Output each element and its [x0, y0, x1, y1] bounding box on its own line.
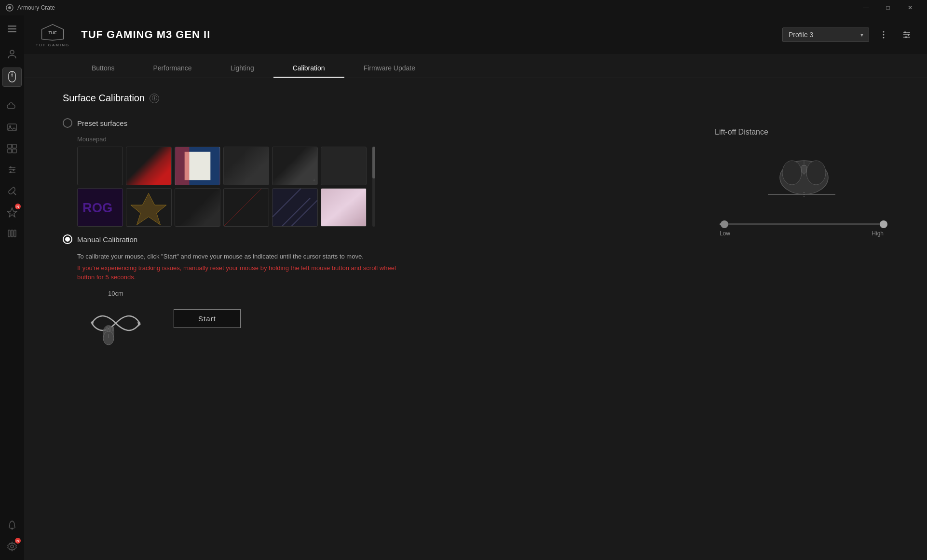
preset-radio[interactable] — [63, 118, 72, 128]
svg-rect-9 — [13, 144, 16, 148]
mousepad-item-9[interactable] — [175, 188, 220, 227]
mousepad-item-6[interactable] — [321, 147, 367, 185]
infinity-diagram — [77, 299, 154, 347]
titlebar-left: Armoury Crate — [6, 4, 55, 12]
svg-rect-54 — [106, 327, 108, 331]
sidebar-item-cloud[interactable] — [2, 96, 22, 116]
tab-calibration[interactable]: Calibration — [273, 59, 344, 78]
manual-calibration-option[interactable]: Manual Calibration — [63, 234, 695, 244]
more-options-button[interactable] — [875, 26, 892, 43]
aura-badge: N — [15, 204, 21, 209]
sidebar-item-devices[interactable] — [2, 139, 22, 158]
svg-point-16 — [13, 169, 14, 171]
mousepad-item-2[interactable] — [126, 147, 172, 185]
svg-text:TUF: TUF — [49, 30, 57, 35]
mousepad-grid-container[interactable]: + ROG — [77, 147, 369, 227]
profile-selector[interactable]: Profile 1 Profile 2 Profile 3 Profile 4 … — [782, 27, 869, 42]
diagram-visual — [77, 299, 154, 347]
profile-select[interactable]: Profile 1 Profile 2 Profile 3 Profile 4 … — [782, 27, 869, 42]
close-button[interactable]: ✕ — [899, 0, 921, 15]
sidebar-item-settings[interactable]: N — [2, 537, 22, 556]
mousepad-item-7[interactable]: ROG — [77, 188, 123, 227]
svg-rect-36 — [905, 36, 907, 38]
wrench-icon — [7, 186, 17, 196]
sidebar-item-library[interactable] — [2, 224, 22, 243]
diagram-box: 10cm — [77, 290, 154, 347]
left-column: Preset surfaces Mousepad — [63, 118, 695, 347]
svg-rect-6 — [8, 124, 16, 131]
sidebar: N N — [0, 15, 24, 560]
dots-vertical-icon — [879, 30, 888, 40]
mouse-icon — [7, 70, 17, 84]
svg-point-29 — [883, 34, 885, 36]
liftoff-panel: Lift-off Distance — [715, 118, 888, 237]
rog-purple-thumbnail: ROG — [78, 189, 123, 226]
section-title-text: Surface Calibration — [63, 93, 145, 104]
svg-point-25 — [11, 545, 14, 548]
sidebar-item-notifications[interactable] — [2, 516, 22, 535]
sidebar-item-profile[interactable] — [2, 44, 22, 64]
slider-thumb-low[interactable] — [721, 220, 728, 228]
tab-bar: Buttons Performance Lighting Calibration… — [24, 54, 927, 78]
rog-gold-thumbnail — [126, 189, 171, 226]
scrollbar-track[interactable] — [372, 147, 375, 227]
cloud-icon — [7, 102, 17, 110]
svg-rect-11 — [13, 149, 16, 153]
equalizer-button[interactable] — [898, 26, 915, 43]
settings-badge: N — [15, 538, 21, 544]
mousepad-item-5[interactable]: + — [272, 147, 318, 185]
sidebar-item-image[interactable] — [2, 118, 22, 137]
tab-performance[interactable]: Performance — [134, 59, 211, 78]
sidebar-item-aura[interactable]: N — [2, 203, 22, 222]
info-icon[interactable]: ⓘ — [150, 94, 159, 103]
sidebar-item-wrench[interactable] — [2, 181, 22, 201]
app-title: Armoury Crate — [17, 4, 55, 11]
svg-rect-8 — [8, 144, 12, 148]
mousepad-item-3[interactable] — [175, 147, 220, 185]
mousepad-item-11[interactable] — [272, 188, 318, 227]
slider-label-high: High — [872, 230, 884, 237]
main-content: Surface Calibration ⓘ Preset surfaces Mo… — [24, 78, 927, 560]
manual-calibration-section: Manual Calibration To calibrate your mou… — [63, 234, 695, 347]
two-column-layout: Preset surfaces Mousepad — [63, 118, 888, 347]
svg-rect-64 — [802, 165, 806, 173]
mousepad-grid: + ROG — [77, 147, 369, 227]
mousepad-section: Mousepad — [77, 136, 695, 227]
mousepad-item-1[interactable] — [77, 147, 123, 185]
mousepad-item-8[interactable] — [126, 188, 172, 227]
svg-point-62 — [782, 161, 802, 185]
mousepad-label: Mousepad — [77, 136, 695, 143]
titlebar: Armoury Crate — □ ✕ — [0, 0, 927, 15]
slider-thumb-high[interactable] — [880, 220, 887, 228]
svg-point-17 — [10, 171, 12, 173]
svg-rect-20 — [8, 230, 10, 237]
minimize-button[interactable]: — — [855, 0, 877, 15]
sidebar-item-tools[interactable] — [2, 160, 22, 179]
right-column: Lift-off Distance — [715, 118, 888, 347]
content-area: TUF TUF GAMING TUF GAMING M3 GEN II Prof… — [24, 15, 927, 560]
mousepad-item-12[interactable] — [321, 188, 367, 227]
diagonal-thumbnail — [273, 189, 317, 226]
gundam-thumbnail — [175, 147, 220, 185]
svg-point-1 — [8, 6, 11, 9]
liftoff-slider-track[interactable] — [720, 223, 884, 225]
manual-radio[interactable] — [63, 234, 72, 244]
start-button[interactable]: Start — [174, 309, 241, 328]
mousepad-item-10[interactable] — [223, 188, 269, 227]
svg-rect-22 — [14, 230, 16, 237]
header-right: Profile 1 Profile 2 Profile 3 Profile 4 … — [782, 26, 915, 43]
svg-point-2 — [10, 50, 14, 54]
svg-rect-10 — [8, 149, 12, 153]
tab-lighting[interactable]: Lighting — [211, 59, 273, 78]
liftoff-slider-container[interactable]: Low High — [715, 219, 888, 237]
calibration-description: To calibrate your mouse, click "Start" a… — [77, 252, 405, 261]
mousepad-item-4[interactable] — [223, 147, 269, 185]
tab-firmware[interactable]: Firmware Update — [344, 59, 435, 78]
tuf-logo-svg: TUF — [41, 23, 64, 42]
sidebar-item-mouse[interactable] — [2, 68, 22, 87]
maximize-button[interactable]: □ — [877, 0, 899, 15]
sidebar-item-menu[interactable] — [2, 19, 22, 39]
preset-surfaces-option[interactable]: Preset surfaces — [63, 118, 695, 128]
svg-rect-55 — [109, 326, 111, 331]
tab-buttons[interactable]: Buttons — [72, 59, 134, 78]
